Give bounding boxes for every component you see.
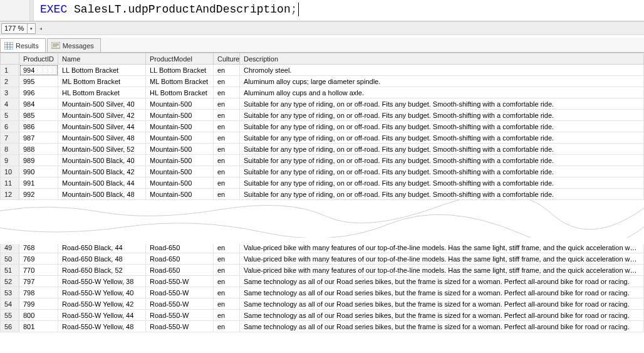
cell-culture[interactable]: en — [214, 265, 240, 276]
cell-model[interactable]: Mountain-500 — [146, 132, 214, 144]
cell-description[interactable]: Suitable for any type of riding, on or o… — [240, 177, 644, 189]
col-name[interactable]: Name — [58, 53, 146, 65]
table-row[interactable]: 55800Road-550-W Yellow, 44Road-550-WenSa… — [1, 310, 644, 321]
cell-culture[interactable]: en — [214, 310, 240, 321]
cell-description[interactable]: Same technology as all of our Road serie… — [240, 310, 644, 321]
cell-description[interactable]: Same technology as all of our Road serie… — [240, 321, 644, 332]
cell-culture[interactable]: en — [214, 87, 240, 98]
cell-description[interactable]: Suitable for any type of riding, on or o… — [240, 132, 644, 144]
table-row[interactable]: 54799Road-550-W Yellow, 42Road-550-WenSa… — [1, 298, 644, 310]
cell-description[interactable]: Suitable for any type of riding, on or o… — [240, 110, 644, 121]
cell-culture[interactable]: en — [214, 76, 240, 87]
table-row[interactable]: 7987Mountain-500 Silver, 48Mountain-500e… — [1, 132, 644, 144]
cell-productid[interactable]: 995 — [19, 76, 58, 87]
cell-model[interactable]: HL Bottom Bracket — [146, 87, 214, 98]
cell-model[interactable]: LL Bottom Bracket — [146, 65, 214, 76]
cell-name[interactable]: HL Bottom Bracket — [58, 87, 146, 98]
cell-name[interactable]: Mountain-500 Silver, 48 — [58, 132, 146, 144]
cell-description[interactable]: Same technology as all of our Road serie… — [240, 298, 644, 310]
cell-description[interactable]: Aluminum alloy cups and a hollow axle. — [240, 87, 644, 98]
cell-description[interactable]: Suitable for any type of riding, on or o… — [240, 189, 644, 200]
cell-model[interactable]: Road-550-W — [146, 310, 214, 321]
cell-culture[interactable]: en — [214, 321, 240, 332]
table-row[interactable]: 56801Road-550-W Yellow, 48Road-550-WenSa… — [1, 321, 644, 332]
cell-productid[interactable]: 994 — [19, 65, 58, 76]
cell-culture[interactable]: en — [214, 144, 240, 155]
cell-name[interactable]: ML Bottom Bracket — [58, 76, 146, 87]
table-row[interactable]: 5985Mountain-500 Silver, 42Mountain-500e… — [1, 110, 644, 121]
scroll-left-icon[interactable]: ◂ — [39, 26, 42, 31]
cell-productid[interactable]: 984 — [19, 98, 58, 110]
cell-productid[interactable]: 988 — [19, 144, 58, 155]
col-rownum[interactable] — [1, 53, 19, 65]
cell-description[interactable]: Chromoly steel. — [240, 65, 644, 76]
cell-name[interactable]: Mountain-500 Silver, 44 — [58, 121, 146, 132]
cell-description[interactable]: Suitable for any type of riding, on or o… — [240, 98, 644, 110]
cell-productid[interactable]: 769 — [19, 253, 58, 265]
cell-productid[interactable]: 798 — [19, 287, 58, 298]
table-row[interactable]: 8988Mountain-500 Silver, 52Mountain-500e… — [1, 144, 644, 155]
cell-model[interactable]: Road-550-W — [146, 321, 214, 332]
cell-description[interactable]: Suitable for any type of riding, on or o… — [240, 166, 644, 177]
table-row[interactable]: 12992Mountain-500 Black, 48Mountain-500e… — [1, 189, 644, 200]
table-row[interactable]: 50769Road-650 Black, 48Road-650enValue-p… — [1, 253, 644, 265]
cell-productid[interactable]: 770 — [19, 265, 58, 276]
cell-culture[interactable]: en — [214, 65, 240, 76]
cell-name[interactable]: Mountain-500 Silver, 42 — [58, 110, 146, 121]
cell-culture[interactable]: en — [214, 98, 240, 110]
cell-model[interactable]: Road-650 — [146, 242, 214, 253]
cell-description[interactable]: Suitable for any type of riding, on or o… — [240, 121, 644, 132]
cell-culture[interactable]: en — [214, 121, 240, 132]
tab-results[interactable]: Results — [0, 38, 46, 52]
table-row[interactable]: 49768Road-650 Black, 44Road-650enValue-p… — [1, 242, 644, 253]
cell-name[interactable]: Road-650 Black, 52 — [58, 265, 146, 276]
cell-culture[interactable]: en — [214, 242, 240, 253]
cell-productid[interactable]: 989 — [19, 155, 58, 166]
cell-model[interactable]: Road-650 — [146, 253, 214, 265]
cell-model[interactable]: Road-550-W — [146, 276, 214, 287]
zoom-dropdown[interactable]: 177 % ▾ — [1, 23, 36, 34]
cell-model[interactable]: Mountain-500 — [146, 177, 214, 189]
cell-productid[interactable]: 799 — [19, 298, 58, 310]
cell-description[interactable]: Same technology as all of our Road serie… — [240, 276, 644, 287]
cell-description[interactable]: Suitable for any type of riding, on or o… — [240, 144, 644, 155]
table-row[interactable]: 4984Mountain-500 Silver, 40Mountain-500e… — [1, 98, 644, 110]
results-grid[interactable]: ProductID Name ProductModel Culture Desc… — [0, 53, 644, 200]
cell-name[interactable]: Mountain-500 Silver, 40 — [58, 98, 146, 110]
cell-description[interactable]: Suitable for any type of riding, on or o… — [240, 155, 644, 166]
cell-description[interactable]: Value-priced bike with many features of … — [240, 265, 644, 276]
cell-description[interactable]: Value-priced bike with many features of … — [240, 242, 644, 253]
cell-culture[interactable]: en — [214, 276, 240, 287]
cell-model[interactable]: Mountain-500 — [146, 144, 214, 155]
cell-name[interactable]: Road-650 Black, 48 — [58, 253, 146, 265]
col-model[interactable]: ProductModel — [146, 53, 214, 65]
cell-name[interactable]: Mountain-500 Black, 40 — [58, 155, 146, 166]
table-row[interactable]: 6986Mountain-500 Silver, 44Mountain-500e… — [1, 121, 644, 132]
cell-productid[interactable]: 800 — [19, 310, 58, 321]
cell-productid[interactable]: 987 — [19, 132, 58, 144]
cell-name[interactable]: Road-550-W Yellow, 44 — [58, 310, 146, 321]
cell-name[interactable]: Road-550-W Yellow, 48 — [58, 321, 146, 332]
cell-productid[interactable]: 985 — [19, 110, 58, 121]
cell-model[interactable]: Mountain-500 — [146, 166, 214, 177]
cell-culture[interactable]: en — [214, 177, 240, 189]
cell-name[interactable]: Mountain-500 Black, 44 — [58, 177, 146, 189]
cell-culture[interactable]: en — [214, 110, 240, 121]
cell-productid[interactable]: 991 — [19, 177, 58, 189]
table-row[interactable]: 11991Mountain-500 Black, 44Mountain-500e… — [1, 177, 644, 189]
cell-culture[interactable]: en — [214, 189, 240, 200]
sql-text-area[interactable]: EXEC SalesLT.udpProductAndDescription; — [34, 0, 644, 21]
cell-model[interactable]: Mountain-500 — [146, 189, 214, 200]
cell-culture[interactable]: en — [214, 253, 240, 265]
cell-description[interactable]: Aluminum alloy cups; large diameter spin… — [240, 76, 644, 87]
cell-model[interactable]: ML Bottom Bracket — [146, 76, 214, 87]
table-row[interactable]: 9989Mountain-500 Black, 40Mountain-500en… — [1, 155, 644, 166]
cell-name[interactable]: Road-550-W Yellow, 40 — [58, 287, 146, 298]
cell-description[interactable]: Same technology as all of our Road serie… — [240, 287, 644, 298]
col-productid[interactable]: ProductID — [19, 53, 58, 65]
table-row[interactable]: 3996HL Bottom BracketHL Bottom Bracketen… — [1, 87, 644, 98]
cell-description[interactable]: Value-priced bike with many features of … — [240, 253, 644, 265]
cell-culture[interactable]: en — [214, 132, 240, 144]
cell-culture[interactable]: en — [214, 298, 240, 310]
cell-productid[interactable]: 768 — [19, 242, 58, 253]
